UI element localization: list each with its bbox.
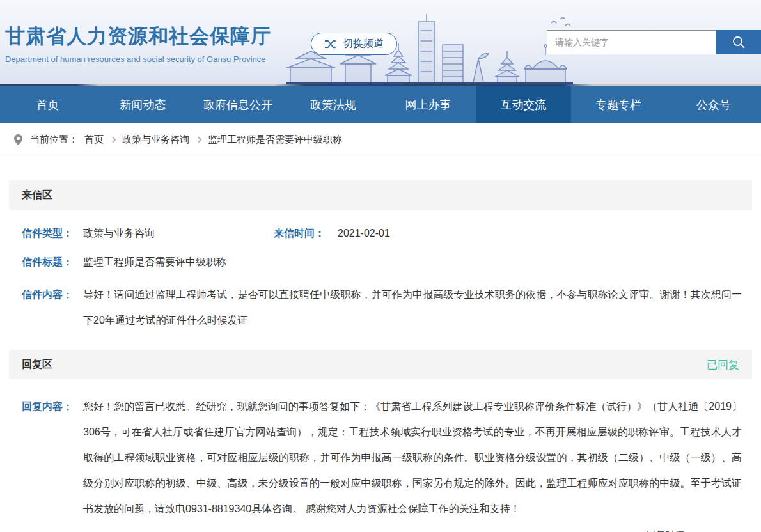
reply-time-value: 2021-02-03: [694, 529, 743, 532]
breadcrumb-link-consultation[interactable]: 政策与业务咨询: [122, 134, 189, 146]
nav-item-interaction[interactable]: 互动交流: [476, 86, 571, 123]
nav-item-online-services[interactable]: 网上办事: [380, 86, 476, 123]
nav-item-news[interactable]: 新闻动态: [95, 86, 191, 123]
main-content: 来信区 信件类型： 政策与业务咨询 来信时间： 2021-02-01 信件标题：…: [0, 157, 761, 532]
letter-date-label: 来信时间：: [274, 224, 338, 242]
shuffle-icon: [324, 39, 337, 49]
switch-channel-label: 切换频道: [343, 37, 384, 51]
nav-item-policies[interactable]: 政策法规: [285, 86, 380, 123]
reply-section-header: 回复区 已回复: [9, 350, 752, 379]
letter-content-row: 信件内容： 导好！请问通过监理工程师考试，是否可以直接聘任中级职称，并可作为申报…: [22, 282, 742, 333]
page: 甘肃省人力资源和社会保障厅 Department of human resour…: [0, 0, 761, 532]
reply-status-badge: 已回复: [707, 357, 739, 372]
site-subtitle: Department of human resources and social…: [5, 54, 271, 64]
breadcrumb-separator-icon: [196, 137, 202, 143]
nav-item-home[interactable]: 首页: [0, 86, 95, 123]
letter-meta-row: 信件类型： 政策与业务咨询 来信时间： 2021-02-01: [22, 224, 742, 242]
letter-content-value: 导好！请问通过监理工程师考试，是否可以直接聘任中级职称，并可作为申报高级专业技术…: [83, 282, 742, 333]
letter-section-header: 来信区: [9, 180, 752, 210]
site-title: 甘肃省人力资源和社会保障厅: [5, 23, 271, 50]
reply-content-row: 回复内容： 您好！您的留言已收悉。经研究，现就您询问的事项答复如下：《甘肃省工程…: [22, 394, 742, 522]
main-nav: 首页 新闻动态 政府信息公开 政策法规 网上办事 互动交流 专题专栏 公众号: [0, 86, 761, 123]
nav-item-official-account[interactable]: 公众号: [666, 86, 761, 123]
nav-item-gov-info[interactable]: 政府信息公开: [191, 86, 286, 123]
breadcrumb-location-label: 当前位置：: [30, 134, 78, 146]
letter-type-value: 政策与业务咨询: [83, 224, 155, 242]
letter-date-value: 2021-02-01: [338, 224, 390, 242]
nav-item-special-topics[interactable]: 专题专栏: [571, 86, 666, 123]
location-pin-icon: [14, 134, 22, 145]
search-box: [547, 30, 761, 54]
reply-content-label: 回复内容：: [22, 394, 83, 419]
breadcrumb-link-home[interactable]: 首页: [84, 134, 104, 146]
letter-type-label: 信件类型：: [22, 224, 83, 242]
switch-channel-button[interactable]: 切换频道: [311, 33, 397, 55]
site-header: 甘肃省人力资源和社会保障厅 Department of human resour…: [0, 0, 761, 86]
search-button[interactable]: [716, 30, 761, 54]
search-input[interactable]: [547, 30, 716, 54]
reply-content-value: 您好！您的留言已收悉。经研究，现就您询问的事项答复如下：《甘肃省工程系列建设工程…: [83, 394, 742, 522]
reply-time-label: 回复时间：: [646, 529, 694, 532]
reply-section-title: 回复区: [22, 358, 52, 372]
reply-fields: 回复内容： 您好！您的留言已收悉。经研究，现就您询问的事项答复如下：《甘肃省工程…: [9, 379, 752, 522]
letter-title-row: 信件标题： 监理工程师是否需要评中级职称: [22, 253, 742, 271]
letter-section-title: 来信区: [22, 189, 52, 202]
breadcrumb-separator-icon: [110, 137, 116, 143]
letter-content-label: 信件内容：: [22, 282, 83, 308]
magnifier-icon: [731, 35, 746, 50]
reply-section: 回复区 已回复 回复内容： 您好！您的留言已收悉。经研究，现就您询问的事项答复如…: [9, 350, 752, 532]
letter-title-value: 监理工程师是否需要评中级职称: [83, 253, 226, 271]
letter-fields: 信件类型： 政策与业务咨询 来信时间： 2021-02-01 信件标题： 监理工…: [9, 210, 752, 333]
letter-title-label: 信件标题：: [22, 253, 83, 271]
breadcrumb: 当前位置： 首页 政策与业务咨询 监理工程师是否需要评中级职称: [0, 123, 761, 157]
reply-time: 回复时间：2021-02-03: [9, 529, 752, 532]
breadcrumb-current-page: 监理工程师是否需要评中级职称: [208, 134, 342, 146]
site-logo: 甘肃省人力资源和社会保障厅 Department of human resour…: [5, 23, 271, 64]
